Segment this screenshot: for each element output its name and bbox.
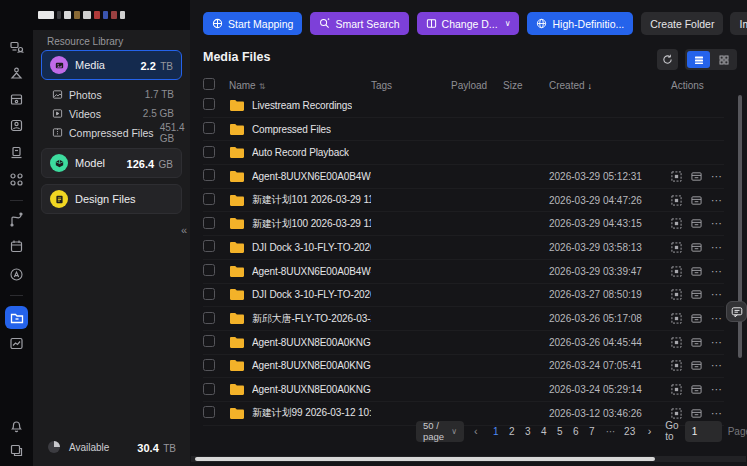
page-button-1[interactable]: 1 xyxy=(488,426,504,437)
route-icon[interactable] xyxy=(9,212,24,227)
goto-page-input[interactable] xyxy=(685,421,722,442)
sidebar-item-media[interactable]: Media 2.2 TB xyxy=(41,50,182,80)
row-checkbox[interactable] xyxy=(203,288,215,300)
page-button-7[interactable]: 7 xyxy=(584,426,600,437)
row-checkbox[interactable] xyxy=(203,146,215,158)
grid-view-button[interactable] xyxy=(712,51,735,68)
horizontal-scrollbar-thumb[interactable] xyxy=(195,457,655,461)
analytics-icon[interactable] xyxy=(9,336,24,351)
table-row[interactable]: 新建计划101 2026-03-29 11:47:26 (... 2026-03… xyxy=(203,189,724,213)
next-page-button[interactable]: › xyxy=(644,425,656,437)
organization-icon[interactable] xyxy=(9,443,24,458)
preview-action-icon[interactable] xyxy=(671,337,682,348)
table-row[interactable]: 新建计划100 2026-03-29 11:43:14 (... 2026-03… xyxy=(203,212,724,236)
sidebar-item-videos[interactable]: Videos 2.5 GB xyxy=(41,104,182,123)
preview-action-icon[interactable] xyxy=(671,313,682,324)
table-row[interactable]: Agent-8UUXN8E00A0KNG-FLY-TO-... 2026-03-… xyxy=(203,378,724,402)
smart-search-button[interactable]: Smart Search xyxy=(310,12,408,35)
table-row[interactable]: Agent-8UUXN6E00A0B4W-FLY-TO-... 2026-03-… xyxy=(203,260,724,284)
preview-action-icon[interactable] xyxy=(671,289,682,300)
device-icon[interactable] xyxy=(9,145,24,160)
download-action-icon[interactable] xyxy=(691,171,702,182)
table-row[interactable]: DJI Dock 3-10-FLY-TO-2026-03-29 ... 2026… xyxy=(203,236,724,260)
preview-action-icon[interactable] xyxy=(671,408,682,419)
dock-icon[interactable] xyxy=(9,92,24,107)
last-page-button[interactable]: 23 xyxy=(622,426,638,437)
download-action-icon[interactable] xyxy=(691,337,702,348)
download-action-icon[interactable] xyxy=(691,242,702,253)
more-actions-icon[interactable]: ⋯ xyxy=(711,195,723,206)
drone-icon[interactable] xyxy=(9,66,24,81)
preview-action-icon[interactable] xyxy=(671,218,682,229)
more-actions-icon[interactable]: ⋯ xyxy=(711,171,723,182)
auto-mode-icon[interactable] xyxy=(9,267,24,282)
preview-action-icon[interactable] xyxy=(671,171,682,182)
table-row[interactable]: DJI Dock 3-10-FLY-TO-2026-03-27 ... 2026… xyxy=(203,284,724,308)
preview-action-icon[interactable] xyxy=(671,266,682,277)
row-checkbox[interactable] xyxy=(203,383,215,395)
payload-icon[interactable] xyxy=(9,172,24,187)
download-action-icon[interactable] xyxy=(691,408,702,419)
page-ellipsis[interactable]: ⋯ xyxy=(606,426,616,437)
sidebar-item-compressed-files[interactable]: Compressed Files 451.4 GB xyxy=(41,123,182,142)
row-checkbox[interactable] xyxy=(203,98,215,110)
row-checkbox[interactable] xyxy=(203,122,215,134)
change-display-button[interactable]: Change D... ∨ xyxy=(417,12,520,35)
more-actions-icon[interactable]: ⋯ xyxy=(711,337,723,348)
sidebar-item-photos[interactable]: Photos 1.7 TB xyxy=(41,85,182,104)
page-button-5[interactable]: 5 xyxy=(552,426,568,437)
pilot-icon[interactable] xyxy=(9,118,24,133)
more-actions-icon[interactable]: ⋯ xyxy=(711,313,723,324)
notification-icon[interactable] xyxy=(9,418,24,433)
table-row[interactable]: Compressed Files ⋯ xyxy=(203,118,724,142)
download-action-icon[interactable] xyxy=(691,289,702,300)
list-view-button[interactable] xyxy=(687,51,710,68)
row-checkbox[interactable] xyxy=(203,169,215,181)
more-actions-icon[interactable]: ⋯ xyxy=(711,289,723,300)
table-row[interactable]: Agent-8UUXN8E00A0KNG-FLY-TO-... 2026-03-… xyxy=(203,355,724,379)
page-button-4[interactable]: 4 xyxy=(536,426,552,437)
prev-page-button[interactable]: ‹ xyxy=(470,425,482,437)
row-checkbox[interactable] xyxy=(203,359,215,371)
row-checkbox[interactable] xyxy=(203,406,215,418)
preview-action-icon[interactable] xyxy=(671,384,682,395)
more-actions-icon[interactable]: ⋯ xyxy=(711,266,723,277)
high-definition-button[interactable]: High-Definitio... xyxy=(527,12,633,35)
download-action-icon[interactable] xyxy=(691,384,702,395)
more-actions-icon[interactable]: ⋯ xyxy=(711,242,723,253)
row-checkbox[interactable] xyxy=(203,193,215,205)
devices-icon[interactable] xyxy=(9,40,24,55)
row-checkbox[interactable] xyxy=(203,217,215,229)
page-button-3[interactable]: 3 xyxy=(520,426,536,437)
row-checkbox[interactable] xyxy=(203,264,215,276)
import-button[interactable]: Import xyxy=(730,12,747,35)
select-all-checkbox[interactable] xyxy=(203,78,215,90)
media-library-icon[interactable] xyxy=(5,306,28,329)
page-size-select[interactable]: 50 / page ∨ xyxy=(416,421,464,442)
download-action-icon[interactable] xyxy=(691,218,702,229)
table-row[interactable]: Livestream Recordings ⋯ xyxy=(203,94,724,118)
more-actions-icon[interactable]: ⋯ xyxy=(711,384,723,395)
download-action-icon[interactable] xyxy=(691,195,702,206)
create-folder-button[interactable]: Create Folder xyxy=(641,12,723,35)
row-checkbox[interactable] xyxy=(203,312,215,324)
schedule-icon[interactable] xyxy=(9,239,24,254)
table-row[interactable]: Agent-8UUXN8E00A0KNG-FLY-TO-... 2026-03-… xyxy=(203,331,724,355)
page-button-6[interactable]: 6 xyxy=(568,426,584,437)
more-actions-icon[interactable]: ⋯ xyxy=(711,218,723,229)
sidebar-item-design-files[interactable]: Design Files xyxy=(41,184,182,214)
page-button-2[interactable]: 2 xyxy=(504,426,520,437)
row-checkbox[interactable] xyxy=(203,335,215,347)
more-actions-icon[interactable]: ⋯ xyxy=(711,408,723,419)
preview-action-icon[interactable] xyxy=(671,360,682,371)
col-created[interactable]: Created↓ xyxy=(549,80,671,91)
col-name[interactable]: Name⇅ xyxy=(229,80,371,91)
refresh-button[interactable] xyxy=(657,49,678,70)
download-action-icon[interactable] xyxy=(691,360,702,371)
sidebar-item-model[interactable]: Model 126.4 GB xyxy=(41,148,182,178)
table-row[interactable]: 新邱大唐-FLY-TO-2026-03-26 12:17:... 2026-03… xyxy=(203,307,724,331)
start-mapping-button[interactable]: Start Mapping xyxy=(203,12,302,35)
feedback-chat-button[interactable] xyxy=(726,301,747,322)
preview-action-icon[interactable] xyxy=(671,242,682,253)
more-actions-icon[interactable]: ⋯ xyxy=(711,360,723,371)
